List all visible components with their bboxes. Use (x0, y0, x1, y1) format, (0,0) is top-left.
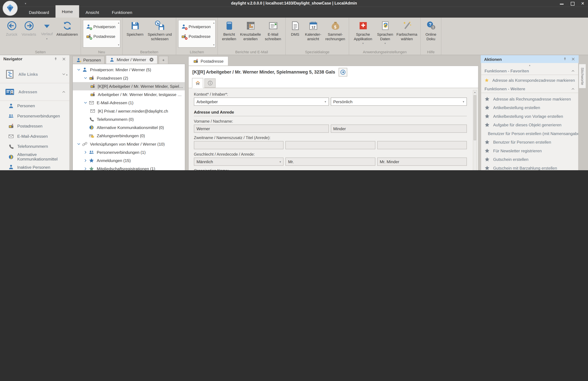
email-schreiben-button[interactable]: E-Mail schreiben (263, 19, 283, 42)
nav-item-email-adressen[interactable]: E-Mail-Adressen (0, 131, 69, 141)
nav-item-postadressen[interactable]: Postadressen (0, 121, 69, 131)
anredecode-field[interactable]: Mr. (285, 157, 375, 166)
forward-button[interactable]: Vorwärts (20, 19, 38, 38)
subtab-home[interactable] (192, 78, 203, 88)
tree-item[interactable]: Telefonnummern (0) (73, 115, 185, 123)
tab-dashboard[interactable]: Dashboard (22, 7, 55, 18)
action-item[interactable]: Aufgabe für dieses Objekt generieren (481, 121, 578, 129)
titel-field[interactable] (377, 141, 467, 149)
dms-button[interactable]: DMS (288, 19, 303, 38)
tree-item-selected[interactable]: [K][R] Arbeitgeber / Mr. Werner Minder, … (73, 82, 185, 90)
gallery-scroll-up-icon[interactable]: ▴ (213, 21, 215, 24)
gallery-scroll-down-icon[interactable]: ▾ (118, 43, 119, 47)
nachname-field[interactable]: Minder (331, 125, 467, 133)
close-panel-icon[interactable] (62, 57, 66, 61)
close-tab-icon[interactable] (149, 57, 154, 62)
tree-item[interactable]: Privatperson: Minder / Werner (5) (73, 66, 185, 74)
minimize-button[interactable] (560, 1, 564, 6)
tree-item[interactable]: Postadressen (2) (73, 74, 185, 82)
form-scrollbar[interactable]: ▴ ▾ (473, 90, 477, 170)
sprachen-daten-button[interactable]: Sprachen Daten ▾ (375, 19, 395, 45)
history-button[interactable]: Verlauf ▾ (38, 19, 55, 41)
neu-postadresse-button[interactable]: Postadresse (86, 34, 116, 39)
tree-item[interactable]: Verknüpfungen von Minder / Werner (10) (73, 140, 185, 148)
kalenderansicht-button[interactable]: Kalender- ansicht (303, 19, 323, 42)
action-item[interactable]: Für Newsletter registrieren (481, 146, 578, 155)
stichworte-tab[interactable]: Stichworte (579, 64, 586, 89)
neu-privatperson-button[interactable]: Privatperson (86, 24, 116, 29)
nav-item-inaktive-personen[interactable]: Inaktive Personen (0, 162, 69, 170)
kreuztabelle-erstellen-button[interactable]: Kreuztabelle erstellen (239, 19, 263, 42)
tree-item[interactable]: E-Mail-Adressen (1) (73, 99, 185, 107)
new-tab-button[interactable]: + (158, 56, 168, 64)
tree-item[interactable]: [K] Privat / werner.minder@daylight.ch (73, 107, 185, 115)
navigator-scroll-up-icon[interactable]: ▴ (66, 73, 67, 76)
loeschen-postadresse-button[interactable]: Postadresse (181, 34, 211, 39)
tab-ansicht[interactable]: Ansicht (79, 7, 105, 18)
quick-access-dropdown-icon[interactable]: ▾ (25, 2, 26, 5)
tab-funktionen[interactable]: Funktionen (105, 7, 139, 18)
tree-item[interactable]: Anmeldungen (15) (73, 156, 185, 165)
scrollbar-thumb[interactable] (474, 95, 476, 140)
loeschen-privatperson-button[interactable]: Privatperson (181, 24, 211, 29)
expander-expanded-icon[interactable] (77, 68, 80, 72)
action-item[interactable]: Artikelbestellung von Vorlage erstellen (481, 112, 578, 120)
expander-expanded-icon[interactable] (77, 142, 80, 146)
gallery-scroll-up-icon[interactable]: ▴ (118, 21, 119, 24)
kontext-select[interactable]: Arbeitgeber▾ (194, 98, 329, 106)
geschlecht-select[interactable]: Männlich▾ (194, 157, 284, 166)
maximize-button[interactable] (570, 1, 575, 6)
farbschema-waehlen-button[interactable]: Farbschema wählen (395, 19, 419, 42)
actions-scroll-up-icon[interactable]: ▴ (481, 63, 578, 67)
save-and-close-button[interactable]: Speichern und schliessen (146, 19, 174, 42)
nav-group-alle-links[interactable]: Alle Links (0, 66, 69, 83)
expander-collapsed-icon[interactable] (84, 159, 87, 162)
pin-icon[interactable] (54, 57, 58, 61)
pin-icon[interactable] (563, 57, 567, 61)
namenszusatz-field[interactable] (285, 141, 375, 149)
open-record-button[interactable] (338, 68, 347, 76)
nav-item-personen[interactable]: Personen (0, 101, 69, 111)
tab-personen[interactable]: Personen (72, 56, 105, 64)
tree-item[interactable]: Arbeitgeber / Mr. Werner Minder, testgas… (73, 90, 185, 99)
back-button[interactable]: Zurück (4, 19, 20, 38)
scroll-up-icon[interactable]: ▴ (473, 91, 477, 94)
gallery-scroll-down-icon[interactable]: ▾ (213, 43, 215, 47)
action-item[interactable]: Benutzer für Person erstellen (mit Namen… (481, 129, 578, 138)
vorname-field[interactable]: Werner (194, 125, 329, 133)
group-funktionen-weitere[interactable]: Funktionen - Weitere (481, 85, 578, 93)
tree-item[interactable]: Zahlungsverbindungen (0) (73, 132, 185, 140)
nav-item-alternative-kommunikationsmittel[interactable]: Alternative Kommunikationsmittel (0, 151, 69, 162)
subtab-info[interactable] (204, 78, 216, 88)
online-doku-button[interactable]: Online Doku (423, 19, 439, 42)
tab-minder-werner[interactable]: Minder / Werner (106, 55, 157, 64)
expander-expanded-icon[interactable] (84, 101, 87, 105)
tab-postadresse[interactable]: Postadresse (188, 56, 229, 66)
expander-expanded-icon[interactable] (84, 76, 87, 80)
tree-item[interactable]: Mitgliedschaftsregistrationen (1) (73, 165, 185, 170)
anrede-field[interactable]: Mr. Minder (377, 157, 467, 166)
action-item[interactable]: Benutzer für Personen erstellen (481, 138, 578, 146)
refresh-button[interactable]: Aktualisieren (55, 19, 79, 38)
expander-collapsed-icon[interactable] (84, 167, 87, 170)
nav-item-telefonnummern[interactable]: Telefonnummern (0, 141, 69, 151)
expander-collapsed-icon[interactable] (84, 150, 87, 154)
inhaber-select[interactable]: Persönlich▾ (331, 98, 467, 106)
close-window-button[interactable]: ✕ (580, 1, 585, 6)
action-item[interactable]: Adresse als Korrespondezadresse markiere… (481, 75, 578, 85)
group-funktionen-favoriten[interactable]: Funktionen - Favoriten (481, 67, 578, 75)
close-panel-icon[interactable] (571, 57, 575, 61)
save-button[interactable]: Speichern (125, 19, 146, 38)
sprache-applikation-button[interactable]: Sprache Applikation ▾ (351, 19, 375, 45)
bericht-erstellen-button[interactable]: Bericht erstellen (220, 19, 239, 42)
action-item[interactable]: Artikelbestellung erstellen (481, 103, 578, 112)
action-item[interactable]: Gutschein mit Barzahlung erstellen (481, 164, 578, 170)
action-item[interactable]: Gutschein erstellen (481, 155, 578, 164)
zweitname-field[interactable] (194, 141, 284, 149)
action-item[interactable]: Adresse als Rechnungsadresse markieren (481, 94, 578, 103)
sammelrechnungen-button[interactable]: Sammel- rechnungen (324, 19, 347, 42)
app-logo[interactable] (3, 1, 18, 16)
tree-item[interactable]: Personenverbindungen (1) (73, 148, 185, 156)
nav-group-adressen[interactable]: Adressen (0, 83, 69, 101)
tab-home[interactable]: Home (55, 5, 79, 18)
